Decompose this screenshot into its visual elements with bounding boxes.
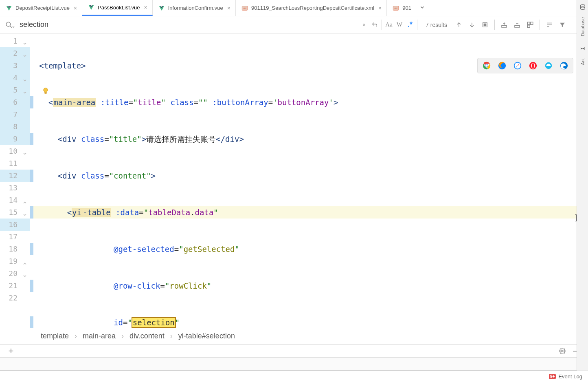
tab-passbook[interactable]: PassBookList.vue × — [82, 0, 153, 16]
tab-label: 901 — [402, 5, 411, 11]
tabs-overflow[interactable] — [415, 4, 429, 11]
firefox-icon[interactable] — [497, 61, 507, 71]
select-all-occurrences-icon[interactable] — [525, 20, 535, 30]
breadcrumb-item[interactable]: template — [41, 332, 69, 340]
clear-icon[interactable]: × — [359, 20, 369, 30]
remove-selection-icon[interactable] — [512, 20, 522, 30]
line-number: 11 — [0, 157, 30, 170]
svg-rect-14 — [515, 25, 520, 27]
xml-icon: </> — [241, 5, 248, 11]
line-number: 20 — [0, 267, 30, 280]
gear-icon[interactable] — [557, 346, 568, 356]
line-number: 8 — [0, 121, 30, 133]
line-number: 3 — [0, 60, 30, 72]
svg-rect-12 — [502, 25, 507, 27]
find-bar: × Aa W .* 7 results × — [0, 16, 588, 33]
ant-tool-icon[interactable] — [579, 45, 586, 53]
breadcrumb: template› main-area› div.content› yi-tab… — [0, 328, 588, 344]
close-icon[interactable]: × — [143, 4, 148, 11]
line-number: 12 — [0, 170, 30, 182]
chrome-icon[interactable] — [482, 61, 491, 71]
line-number: 17 — [0, 231, 30, 243]
line-number: 14 — [0, 194, 30, 206]
breadcrumb-item[interactable]: div.content — [129, 332, 165, 340]
editor: 1 2 3 4 5 6 7 8 9 10 11 12 13 14 15 16 1… — [0, 33, 588, 328]
search-icon[interactable] — [5, 20, 15, 30]
svg-rect-17 — [527, 25, 530, 27]
edge-icon[interactable] — [559, 61, 569, 71]
event-log-button[interactable]: 9+ Event Log — [549, 373, 582, 380]
line-number: 7 — [0, 108, 30, 121]
tab-xml-901119[interactable]: </> 901119_SearchLossReportingDepositCer… — [236, 0, 387, 16]
ant-tool-label[interactable]: Ant — [580, 58, 585, 65]
vue-icon — [88, 4, 94, 11]
status-bar: 9+ Event Log — [0, 371, 588, 382]
tab-label: DepositReceiptList.vue — [15, 5, 70, 11]
history-icon[interactable] — [369, 20, 380, 30]
tab-label: 901119_SearchLossReportingDepositCertifi… — [251, 5, 374, 11]
vue-icon — [6, 5, 12, 11]
svg-line-45 — [584, 47, 585, 48]
select-all-icon[interactable] — [480, 20, 490, 30]
gutter[interactable]: 1 2 3 4 5 6 7 8 9 10 11 12 13 14 15 16 1… — [0, 33, 30, 328]
opera-icon[interactable] — [528, 61, 538, 71]
line-number: 16 — [0, 219, 30, 231]
add-selection-icon[interactable] — [499, 20, 509, 30]
tab-informationconfirm[interactable]: InformationConfirm.vue × — [153, 0, 236, 16]
next-match-icon[interactable] — [467, 20, 477, 30]
line-number: 15 — [0, 206, 30, 219]
svg-rect-21 — [45, 93, 47, 94]
close-icon[interactable]: × — [377, 5, 382, 11]
match-case-icon[interactable]: Aa — [384, 20, 394, 30]
tab-label: InformationConfirm.vue — [168, 5, 223, 11]
line-number: 22 — [0, 292, 30, 304]
tab-depositreceipt[interactable]: DepositReceiptList.vue × — [0, 0, 82, 16]
tab-label: PassBookList.vue — [98, 4, 140, 11]
tab-xml-901[interactable]: </> 901 — [387, 0, 415, 16]
svg-point-30 — [532, 63, 534, 68]
svg-point-24 — [485, 64, 488, 67]
line-number: 6 — [0, 96, 30, 108]
line-number: 1 — [0, 35, 30, 47]
intention-bulb-icon[interactable] — [41, 86, 49, 94]
show-options-icon[interactable] — [544, 20, 555, 30]
add-icon[interactable]: + — [6, 346, 16, 356]
prev-match-icon[interactable] — [454, 20, 464, 30]
close-icon[interactable]: × — [226, 5, 231, 11]
results-count: 7 results — [426, 22, 447, 28]
breadcrumb-item[interactable]: yi-table#selection — [178, 332, 235, 340]
database-tool-icon[interactable] — [579, 4, 586, 11]
close-icon[interactable]: × — [73, 5, 78, 11]
ie-icon[interactable] — [544, 61, 553, 71]
right-tool-strip: Database Ant — [577, 0, 588, 371]
line-number: 21 — [0, 280, 30, 292]
code-area[interactable]: <template> <main-area :title="title" cla… — [30, 33, 588, 328]
svg-point-4 — [6, 22, 11, 26]
scrollbar-area[interactable] — [0, 358, 588, 371]
svg-rect-9 — [484, 24, 486, 26]
regex-icon[interactable]: .* — [405, 20, 415, 30]
svg-text:</>: </> — [243, 7, 246, 9]
database-tool-label[interactable]: Database — [580, 17, 585, 36]
line-number: 13 — [0, 182, 30, 194]
svg-line-44 — [580, 49, 581, 50]
words-icon[interactable]: W — [394, 20, 405, 30]
line-number: 19 — [0, 255, 30, 267]
line-number: 4 — [0, 72, 30, 84]
line-number: 18 — [0, 243, 30, 255]
search-input[interactable] — [20, 20, 207, 29]
filter-icon[interactable] — [557, 20, 568, 30]
xml-icon: </> — [393, 5, 399, 11]
notification-badge: 9+ — [549, 374, 556, 379]
line-number: 5 — [0, 84, 30, 96]
line-number: 2 — [0, 47, 30, 60]
line-number: 9 — [0, 133, 30, 145]
svg-rect-15 — [527, 22, 530, 24]
svg-line-43 — [580, 47, 581, 48]
safari-icon[interactable] — [513, 61, 522, 71]
svg-point-39 — [580, 4, 585, 6]
svg-point-33 — [562, 350, 563, 352]
editor-tabs: DepositReceiptList.vue × PassBookList.vu… — [0, 0, 588, 16]
browser-preview-icons — [477, 58, 573, 73]
breadcrumb-item[interactable]: main-area — [83, 332, 116, 340]
